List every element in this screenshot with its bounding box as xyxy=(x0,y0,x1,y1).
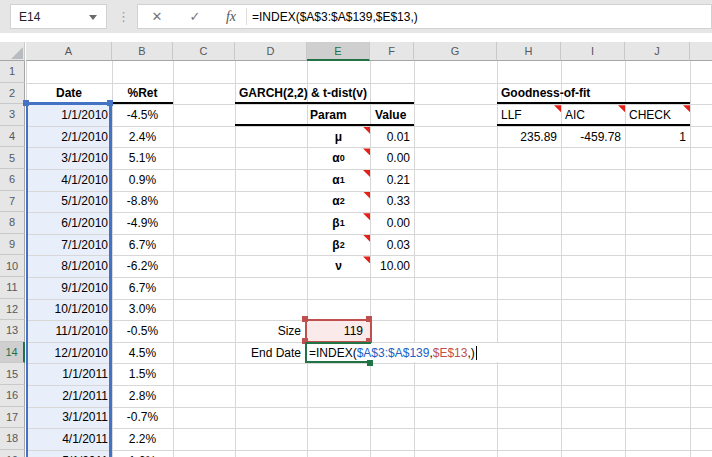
cell-B7-ret[interactable]: -8.8% xyxy=(112,191,173,213)
cell-E14-formula-editor[interactable]: =INDEX($A$3:$A$139,$E$13,) xyxy=(309,342,477,364)
cell-A16-date[interactable]: 2/1/2011 xyxy=(26,385,112,407)
cell-E6-param-symbol[interactable]: α1 xyxy=(307,169,370,191)
cell-D2-garch-title[interactable]: GARCH(2,2) & t-dist(v) xyxy=(235,83,415,105)
cell-E7-param-symbol[interactable]: α2 xyxy=(307,191,370,213)
column-header-B[interactable]: B xyxy=(112,42,173,61)
cell-A9-date[interactable]: 7/1/2010 xyxy=(26,234,112,256)
cancel-button[interactable]: ✕ xyxy=(144,5,170,28)
cell-B19-ret[interactable]: 1.6% xyxy=(112,450,173,457)
cell-D14-end-date-label[interactable]: End Date xyxy=(235,342,307,364)
column-header-A[interactable]: A xyxy=(26,42,112,61)
cell-E4-param-symbol[interactable]: μ xyxy=(307,126,370,148)
column-header-D[interactable]: D xyxy=(235,42,307,61)
name-box-dropdown-icon[interactable] xyxy=(89,15,97,20)
cell-F3-value-header[interactable]: Value xyxy=(370,104,414,126)
cell-E10-param-symbol[interactable]: ν xyxy=(307,255,370,277)
cell-B6-ret[interactable]: 0.9% xyxy=(112,169,173,191)
cell-F8-param-value[interactable]: 0.00 xyxy=(370,212,414,234)
cell-B13-ret[interactable]: -0.5% xyxy=(112,320,173,342)
cell-J3-gof-header[interactable]: CHECK xyxy=(625,104,690,126)
formula-input-area[interactable]: ✕ ✓ fx =INDEX($A$3:$A$139,$E$13,) xyxy=(137,4,712,29)
cell-F4-param-value[interactable]: 0.01 xyxy=(370,126,414,148)
cell-E13-size-value[interactable]: 119 xyxy=(307,320,370,342)
cell-B10-ret[interactable]: -6.2% xyxy=(112,255,173,277)
cell-A5-date[interactable]: 3/1/2010 xyxy=(26,147,112,169)
row-header-15[interactable]: 15 xyxy=(0,363,25,385)
column-header-I[interactable]: I xyxy=(561,42,625,61)
cell-A13-date[interactable]: 11/1/2010 xyxy=(26,320,112,342)
cell-F5-param-value[interactable]: 0.00 xyxy=(370,147,414,169)
enter-button[interactable]: ✓ xyxy=(182,5,208,28)
row-header-1[interactable]: 1 xyxy=(0,61,25,83)
row-header-5[interactable]: 5 xyxy=(0,147,25,169)
row-header-18[interactable]: 18 xyxy=(0,428,25,450)
row-header-13[interactable]: 13 xyxy=(0,320,25,342)
row-header-10[interactable]: 10 xyxy=(0,255,25,277)
cell-A14-date[interactable]: 12/1/2010 xyxy=(26,342,112,364)
cell-E3-param-header[interactable]: Param xyxy=(307,104,370,126)
cell-B14-ret[interactable]: 4.5% xyxy=(112,342,173,364)
row-header-19[interactable]: 19 xyxy=(0,450,25,457)
cell-A6-date[interactable]: 4/1/2010 xyxy=(26,169,112,191)
column-header-E[interactable]: E xyxy=(307,42,370,61)
cell-A3-date[interactable]: 1/1/2010 xyxy=(26,104,112,126)
cell-A15-date[interactable]: 1/1/2011 xyxy=(26,363,112,385)
cell-A12-date[interactable]: 10/1/2010 xyxy=(26,299,112,321)
select-all-corner[interactable] xyxy=(0,42,25,61)
cell-A10-date[interactable]: 8/1/2010 xyxy=(26,255,112,277)
cell-B8-ret[interactable]: -4.9% xyxy=(112,212,173,234)
column-header-H[interactable]: H xyxy=(497,42,561,61)
cell-F9-param-value[interactable]: 0.03 xyxy=(370,234,414,256)
cell-A4-date[interactable]: 2/1/2010 xyxy=(26,126,112,148)
cell-A11-date[interactable]: 9/1/2010 xyxy=(26,277,112,299)
cell-F6-param-value[interactable]: 0.21 xyxy=(370,169,414,191)
row-header-9[interactable]: 9 xyxy=(0,234,25,256)
column-header-F[interactable]: F xyxy=(370,42,414,61)
cell-E8-param-symbol[interactable]: β1 xyxy=(307,212,370,234)
insert-function-button[interactable]: fx xyxy=(218,5,244,28)
row-header-3[interactable]: 3 xyxy=(0,104,25,126)
column-header-G[interactable]: G xyxy=(414,42,497,61)
cell-E9-param-symbol[interactable]: β2 xyxy=(307,234,370,256)
cell-B9-ret[interactable]: 6.7% xyxy=(112,234,173,256)
cell-B12-ret[interactable]: 3.0% xyxy=(112,299,173,321)
cell-B16-ret[interactable]: 2.8% xyxy=(112,385,173,407)
cell-H2-gof-title[interactable]: Goodness-of-fit xyxy=(497,83,687,105)
cell-A17-date[interactable]: 3/1/2011 xyxy=(26,407,112,429)
cell-J4-gof-value[interactable]: 1 xyxy=(625,126,690,148)
cell-I4-gof-value[interactable]: -459.78 xyxy=(561,126,625,148)
cell-I3-gof-header[interactable]: AIC xyxy=(561,104,625,126)
cell-A7-date[interactable]: 5/1/2010 xyxy=(26,191,112,213)
row-header-12[interactable]: 12 xyxy=(0,299,25,321)
cell-E5-param-symbol[interactable]: α0 xyxy=(307,147,370,169)
cell-A2-date-header[interactable]: Date xyxy=(26,83,112,105)
cell-B17-ret[interactable]: -0.7% xyxy=(112,407,173,429)
row-header-2[interactable]: 2 xyxy=(0,83,25,105)
row-header-6[interactable]: 6 xyxy=(0,169,25,191)
cell-A8-date[interactable]: 6/1/2010 xyxy=(26,212,112,234)
row-header-11[interactable]: 11 xyxy=(0,277,25,299)
cell-B18-ret[interactable]: 2.2% xyxy=(112,428,173,450)
row-header-16[interactable]: 16 xyxy=(0,385,25,407)
column-header-C[interactable]: C xyxy=(173,42,235,61)
cell-B5-ret[interactable]: 5.1% xyxy=(112,147,173,169)
row-header-8[interactable]: 8 xyxy=(0,212,25,234)
row-header-7[interactable]: 7 xyxy=(0,191,25,213)
cell-F7-param-value[interactable]: 0.33 xyxy=(370,191,414,213)
cell-B4-ret[interactable]: 2.4% xyxy=(112,126,173,148)
cell-H4-gof-value[interactable]: 235.89 xyxy=(497,126,561,148)
name-box[interactable]: E14 xyxy=(10,4,107,29)
column-header-J[interactable]: J xyxy=(625,42,690,61)
cell-H3-gof-header[interactable]: LLF xyxy=(497,104,561,126)
cell-D13-size-label[interactable]: Size xyxy=(235,320,307,342)
row-header-4[interactable]: 4 xyxy=(0,126,25,148)
cell-B15-ret[interactable]: 1.5% xyxy=(112,363,173,385)
row-header-17[interactable]: 17 xyxy=(0,407,25,429)
cell-B11-ret[interactable]: 6.7% xyxy=(112,277,173,299)
cell-A19-date[interactable]: 5/1/2011 xyxy=(26,450,112,457)
row-header-14[interactable]: 14 xyxy=(0,342,25,364)
column-header-K[interactable] xyxy=(690,42,712,61)
cell-F10-param-value[interactable]: 10.00 xyxy=(370,255,414,277)
formula-bar-text[interactable]: =INDEX($A$3:$A$139,$E$13,) xyxy=(252,5,418,28)
cell-A18-date[interactable]: 4/1/2011 xyxy=(26,428,112,450)
